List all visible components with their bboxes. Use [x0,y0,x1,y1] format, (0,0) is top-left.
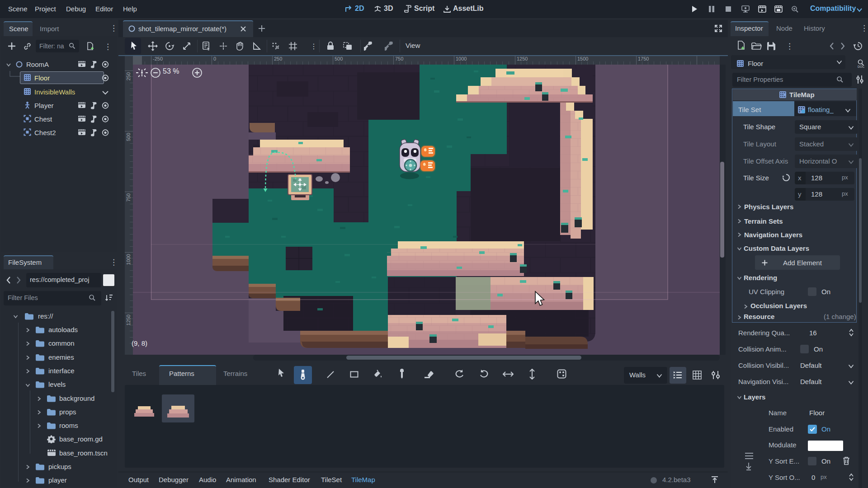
svg-text:1250: 1250 [126,314,131,325]
svg-text:750: 750 [395,56,403,61]
svg-text:0: 0 [213,56,216,61]
svg-text:1250: 1250 [517,56,528,61]
svg-text:DOC: DOC [858,65,864,68]
svg-text:500: 500 [126,133,131,141]
svg-text:1000: 1000 [126,254,131,265]
svg-text:1500: 1500 [577,56,588,61]
svg-text:750: 750 [126,193,131,202]
svg-text:500: 500 [335,56,343,61]
svg-text:1000: 1000 [456,56,467,61]
svg-text:-250: -250 [153,56,163,61]
svg-text:1750: 1750 [638,56,649,61]
svg-text:250: 250 [126,72,131,80]
svg-text:250: 250 [274,56,282,61]
